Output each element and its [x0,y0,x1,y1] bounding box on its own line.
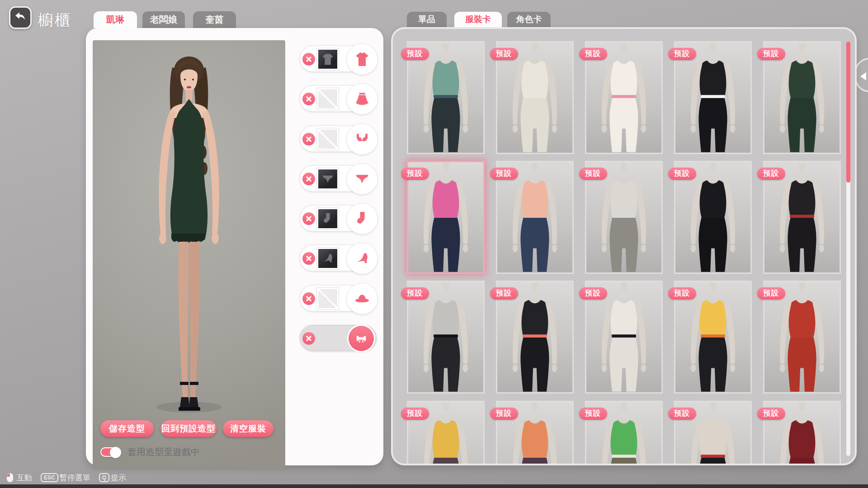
clothing-slot-panties[interactable] [300,165,377,192]
mouse-icon [6,473,14,483]
remove-hat-button[interactable] [302,292,315,305]
remove-legwear-button[interactable] [302,212,315,225]
preset-badge: 預設 [668,48,696,60]
clothing-slot-hat[interactable] [300,285,377,311]
preset-badge: 預設 [490,168,518,180]
panties-thumbnail[interactable] [317,168,339,190]
tab-character-cards[interactable]: 角色卡 [507,12,551,27]
apply-look-toggle-label: 套用造型至遊戲中 [127,446,200,458]
clothing-slot-accessory[interactable] [300,325,377,351]
bra-icon [347,124,377,155]
preset-badge: 預設 [668,287,696,300]
remove-accessory-button[interactable] [302,332,315,345]
apply-look-toggle-row: 套用造型至遊戲中 [100,446,200,458]
collapse-arrow-icon [860,72,866,80]
remove-top-button[interactable] [302,53,315,66]
outfit-card-fishnet-harness-set[interactable]: 預設 [407,281,485,394]
outfit-card-orange-keyhole-top-plum-skirt[interactable]: 預設 [496,401,574,465]
preset-badge: 預設 [757,48,785,60]
outfit-card-green-halter-mini-dress[interactable]: 預設 [763,41,841,154]
esc-keycap: ESC [41,473,58,482]
preset-badge: 預設 [579,287,607,300]
outfit-card-pink-trim-maid-apron[interactable]: 預設 [585,41,663,154]
q-keycap: Q [99,473,109,482]
preset-badge: 預設 [579,168,607,180]
tab-single-items[interactable]: 單品 [407,12,447,27]
skirt-thumbnail-empty[interactable] [317,88,339,110]
back-arrow-icon [14,10,27,25]
remove-shoes-button[interactable] [302,252,315,265]
reset-to-preset-button[interactable]: 回到預設造型 [160,420,217,437]
hat-icon [347,283,377,314]
character-preview[interactable] [93,40,285,469]
tab-character-kailin[interactable]: 凱琳 [94,11,137,28]
outfit-card-yellow-polo-black-leggings[interactable]: 預設 [674,281,752,394]
scrollbar-thumb[interactable] [846,42,850,183]
preset-badge: 預設 [579,408,607,420]
top-thumbnail[interactable] [317,48,339,70]
outfit-card-panel: 預設預設預設預設預設預設預設預設預設預設預設預設預設預設預設預設預設預設預設預設 [391,27,857,465]
preset-badge: 預設 [401,48,429,60]
toggle-knob [110,447,121,458]
panties-icon [347,164,377,194]
outfit-card-peach-tee-navy-shorts[interactable]: 預設 [496,161,574,274]
hat-thumbnail-empty[interactable] [317,288,339,310]
tshirt-icon [347,44,377,75]
outfit-card-burgundy-laceup-dress[interactable]: 預設 [763,401,841,465]
tab-character-boss-lady[interactable]: 老闆娘 [142,11,185,28]
wardrobe-screen: 櫥櫃 凱琳 老闆娘 奎茵 單品 服裝卡 角色卡 [0,0,868,488]
preset-badge: 預設 [401,168,429,180]
outfit-card-black-blazer-suit[interactable]: 預設 [674,41,752,154]
outfit-card-varsity-jacket-skirt-set[interactable]: 預設 [496,281,574,394]
hint-tip-label: 提示 [111,473,126,483]
outfit-card-green-shrug-bikini-set[interactable]: 預設 [585,401,663,465]
hint-bar: 互動 ESC 暫停選單 Q 提示 [6,472,126,483]
skirt-icon [347,84,377,114]
preset-badge: 預設 [757,287,785,300]
outfit-card-black-slit-gown[interactable]: 預設 [674,161,752,274]
bottom-strip [0,484,868,488]
save-look-button[interactable]: 儲存造型 [100,420,154,437]
clothing-slot-top[interactable] [300,46,377,72]
preset-badge: 預設 [401,287,429,300]
tab-character-quinn[interactable]: 奎茵 [193,11,236,28]
outfit-card-white-hoodie-gray-leggings[interactable]: 預設 [585,161,663,274]
outfit-card-yellow-vneck-top-dark-skirt[interactable]: 預設 [407,401,485,465]
page-title: 櫥櫃 [38,10,71,31]
preset-badge: 預設 [757,408,785,420]
remove-bra-button[interactable] [302,133,315,145]
back-button[interactable] [9,6,32,29]
scrollbar-track[interactable] [846,42,850,456]
remove-skirt-button[interactable] [302,93,315,105]
outfit-card-teal-tank-and-jeans[interactable]: 預設 [407,41,485,154]
preset-badge: 預設 [668,408,696,420]
outfit-card-white-heart-bodysuit[interactable]: 預設 [585,281,663,394]
preset-badge: 預設 [668,168,696,180]
preset-badge: 預設 [490,48,518,60]
outfit-card-white-strapless-dress[interactable]: 預設 [496,41,574,154]
preset-badge: 預設 [579,48,607,60]
clothing-slot-skirt[interactable] [300,85,377,112]
clothing-slot-shoes[interactable] [300,245,377,271]
outfit-card-red-cutout-dress[interactable]: 預設 [763,281,841,394]
bow-icon [349,326,374,351]
remove-panties-button[interactable] [302,173,315,185]
tab-outfit-cards[interactable]: 服裝卡 [454,12,502,27]
hint-pause-label: 暫停選單 [60,473,90,483]
clothing-slot-bra[interactable] [300,126,377,152]
clothing-slot-legwear[interactable] [300,205,377,231]
outfit-card-pink-crop-top-navy-leggings[interactable]: 預設 [407,161,485,274]
preset-badge: 預設 [401,408,429,420]
character-figure [93,40,285,469]
preset-badge: 預設 [490,408,518,420]
outfit-card-black-lace-gown-red-trim[interactable]: 預設 [763,161,841,274]
collapse-panel-button[interactable] [855,58,868,92]
hint-interact-label: 互動 [17,473,32,483]
bra-thumbnail-empty[interactable] [317,128,339,150]
outfit-card-black-harness-lingerie[interactable]: 預設 [674,401,752,465]
shoes-thumbnail[interactable] [317,248,339,269]
sock-icon [347,203,377,234]
legwear-thumbnail[interactable] [317,208,339,230]
clear-clothing-button[interactable]: 清空服裝 [223,420,274,437]
apply-look-toggle[interactable] [100,447,121,457]
